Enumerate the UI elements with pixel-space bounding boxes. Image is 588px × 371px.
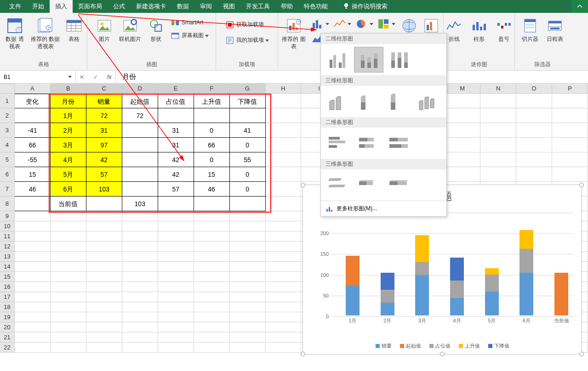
cell-N5[interactable] (480, 152, 516, 167)
menu-help[interactable]: 帮助 (275, 0, 298, 13)
cell-G6[interactable]: 0 (230, 167, 266, 182)
cell-E22[interactable] (158, 343, 194, 353)
cell-G4[interactable]: 0 (230, 138, 266, 152)
chart-type-pie-button[interactable] (354, 17, 375, 30)
cell-C21[interactable] (86, 332, 122, 343)
row-header-12[interactable]: 12 (0, 242, 15, 252)
cell-D16[interactable] (122, 282, 158, 292)
cell-H15[interactable] (266, 272, 302, 282)
cell-H20[interactable] (266, 322, 302, 332)
cell-C2[interactable]: 72 (86, 108, 122, 123)
cell-C20[interactable] (86, 322, 122, 332)
3d-100-stacked-column-option[interactable] (384, 89, 414, 114)
cell-H7[interactable] (266, 182, 302, 197)
cell-F11[interactable] (194, 231, 230, 242)
cell-C12[interactable] (86, 242, 122, 252)
cell-C5[interactable]: 42 (86, 152, 122, 167)
cell-M1[interactable] (445, 94, 480, 108)
chart-type-treemap-button[interactable] (377, 17, 397, 30)
cell-F12[interactable] (194, 242, 230, 252)
cell-E20[interactable] (158, 322, 194, 332)
100-stacked-bar-option[interactable] (384, 130, 414, 156)
stacked-bar-option[interactable] (354, 130, 383, 156)
menu-insert[interactable]: 插入 (50, 0, 73, 13)
cell-M4[interactable] (445, 138, 480, 152)
timeline-button[interactable]: 日程表 (544, 15, 566, 44)
cell-G20[interactable] (230, 322, 266, 332)
clustered-bar-option[interactable] (324, 130, 353, 156)
cell-D19[interactable] (122, 312, 158, 322)
column-header-D[interactable]: D (122, 84, 158, 94)
cell-D2[interactable]: 72 (122, 108, 158, 123)
column-header-B[interactable]: B (51, 84, 86, 94)
cell-C4[interactable]: 97 (86, 138, 122, 152)
chart-handle-ne[interactable] (579, 183, 584, 187)
cell-N3[interactable] (480, 123, 516, 138)
3d-clustered-bar-option[interactable] (324, 172, 353, 198)
cell-A21[interactable] (15, 332, 51, 343)
cell-F2[interactable] (194, 108, 230, 123)
menu-formulas[interactable]: 公式 (108, 0, 131, 13)
cell-G2[interactable] (230, 108, 266, 123)
cell-M2[interactable] (445, 108, 480, 123)
more-column-charts-button[interactable]: 更多柱形图(M)... (321, 201, 446, 216)
cell-N6[interactable] (480, 167, 516, 182)
cell-H10[interactable] (266, 221, 302, 231)
cell-C10[interactable] (86, 221, 122, 231)
column-header-O[interactable]: O (516, 84, 552, 94)
cell-N1[interactable] (480, 94, 516, 108)
cell-E15[interactable] (158, 272, 194, 282)
cell-N2[interactable] (480, 108, 516, 123)
cell-E16[interactable] (158, 282, 194, 292)
cell-O5[interactable] (516, 152, 552, 167)
cell-F7[interactable]: 46 (194, 182, 230, 197)
cell-B5[interactable]: 4月 (51, 152, 86, 167)
cell-F19[interactable] (194, 312, 230, 322)
cell-G3[interactable]: 41 (230, 123, 266, 138)
row-header-21[interactable]: 21 (0, 332, 15, 343)
cell-B9[interactable] (51, 211, 86, 221)
cell-H8[interactable] (266, 197, 302, 211)
cell-E13[interactable] (158, 252, 194, 262)
cell-E10[interactable] (158, 221, 194, 231)
cell-P5[interactable] (552, 152, 588, 167)
row-header-8[interactable]: 8 (0, 197, 15, 211)
cell-C15[interactable] (86, 272, 122, 282)
cell-C8[interactable] (86, 197, 122, 211)
cell-H1[interactable] (266, 94, 302, 108)
menu-review[interactable]: 审阅 (194, 0, 217, 13)
cell-P1[interactable] (552, 94, 588, 108)
cell-F17[interactable] (194, 292, 230, 302)
cell-G22[interactable] (230, 343, 266, 353)
cell-E17[interactable] (158, 292, 194, 302)
row-header-10[interactable]: 10 (0, 221, 15, 231)
cell-M5[interactable] (445, 152, 480, 167)
cell-H16[interactable] (266, 282, 302, 292)
accept-formula-button[interactable]: ✓ (93, 74, 98, 80)
cancel-formula-button[interactable]: ✕ (80, 74, 84, 80)
cell-C11[interactable] (86, 231, 122, 242)
cell-A19[interactable] (15, 312, 51, 322)
cell-A1[interactable]: 变化 (15, 94, 51, 108)
cell-B22[interactable] (51, 343, 86, 353)
cell-F13[interactable] (194, 252, 230, 262)
cell-D17[interactable] (122, 292, 158, 302)
cell-F21[interactable] (194, 332, 230, 343)
chart-plot-area[interactable]: 050100150200250 (317, 213, 573, 315)
column-header-P[interactable]: P (552, 84, 588, 94)
sparkline-winloss-button[interactable]: 盈亏 (493, 15, 515, 44)
cell-D13[interactable] (122, 252, 158, 262)
cell-H11[interactable] (266, 231, 302, 242)
cell-F3[interactable]: 0 (194, 123, 230, 138)
cell-F20[interactable] (194, 322, 230, 332)
cell-M3[interactable] (445, 123, 480, 138)
menu-special[interactable]: 特色功能 (298, 0, 333, 13)
row-header-7[interactable]: 7 (0, 182, 15, 197)
cell-G17[interactable] (230, 292, 266, 302)
cell-D20[interactable] (122, 322, 158, 332)
cell-H21[interactable] (266, 332, 302, 343)
3d-100-stacked-bar-option[interactable] (384, 172, 414, 198)
row-header-17[interactable]: 17 (0, 292, 15, 302)
row-header-3[interactable]: 3 (0, 123, 15, 138)
cell-P4[interactable] (552, 138, 588, 152)
